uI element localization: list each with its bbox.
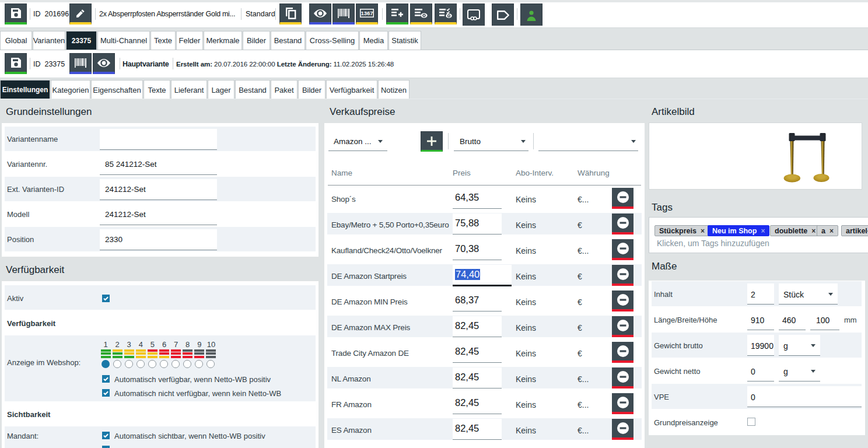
svg-text:1367: 1367 bbox=[360, 10, 373, 16]
